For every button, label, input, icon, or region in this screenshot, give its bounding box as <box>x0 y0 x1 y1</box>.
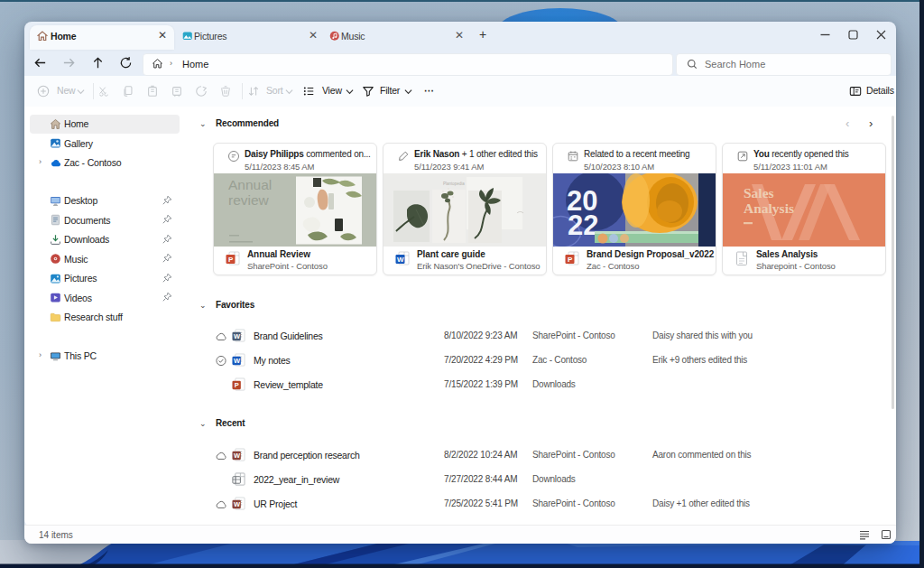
svg-text:Annual: Annual <box>228 177 272 192</box>
svg-text:22: 22 <box>568 210 598 241</box>
svg-text:W: W <box>234 332 241 340</box>
svg-text:W: W <box>234 452 241 460</box>
svg-text:W: W <box>234 357 241 365</box>
svg-text:W: W <box>397 256 404 264</box>
svg-text:P: P <box>568 256 573 264</box>
svg-text:Analysis: Analysis <box>744 200 794 216</box>
svg-text:Plantopedia: Plantopedia <box>443 182 465 186</box>
svg-text:W: W <box>234 500 241 508</box>
svg-text:P: P <box>235 381 239 389</box>
svg-text:Sales: Sales <box>744 185 774 200</box>
svg-text:P: P <box>228 256 234 264</box>
svg-text:review: review <box>228 192 270 208</box>
